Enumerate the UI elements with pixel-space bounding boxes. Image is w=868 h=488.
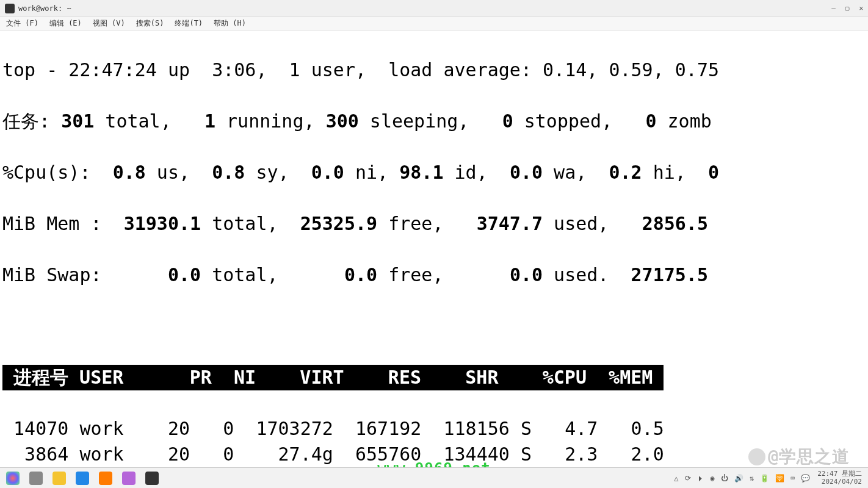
tray-icon[interactable]: ⏻ — [721, 474, 728, 483]
window-minimize-button[interactable]: — — [831, 4, 836, 12]
menu-edit[interactable]: 编辑 (E) — [49, 18, 82, 29]
tray-icon[interactable]: ⌨ — [790, 474, 795, 483]
top-summary-line: top - 22:47:24 up 3:06, 1 user, load ave… — [2, 57, 866, 83]
top-mem-line: MiB Mem : 31930.1 total, 25325.9 free, 3… — [2, 211, 866, 237]
window-maximize-button[interactable]: ▢ — [845, 4, 850, 12]
tray-icon[interactable]: ⏵ — [697, 474, 704, 483]
watermark-logo: @学思之道 — [748, 445, 850, 468]
window-close-button[interactable]: ✕ — [859, 4, 863, 12]
menu-file[interactable]: 文件 (F) — [6, 18, 38, 29]
terminal-app-icon — [5, 4, 15, 13]
process-header: 进程号 USER PR NI VIRT RES SHR %CPU %MEM — [2, 365, 866, 390]
window-titlebar: work@work: ~ — ▢ ✕ — [0, 0, 868, 17]
window-title: work@work: ~ — [18, 4, 71, 13]
app-icon[interactable] — [122, 472, 136, 485]
tray-icon[interactable]: ◉ — [711, 474, 715, 483]
terminal-output[interactable]: top - 22:47:24 up 3:06, 1 user, load ave… — [0, 30, 868, 488]
firefox-icon[interactable] — [99, 472, 112, 485]
top-cpu-line: %Cpu(s): 0.8 us, 0.8 sy, 0.0 ni, 98.1 id… — [2, 160, 866, 185]
mail-app-icon[interactable] — [76, 472, 89, 485]
file-manager-icon[interactable] — [52, 472, 66, 485]
taskbar-clock[interactable]: 22:47 星期二 2024/04/02 — [817, 470, 862, 485]
process-row: 14070 work 20 0 1703272 167192 118156 S … — [2, 416, 866, 442]
tray-icon[interactable]: ⇅ — [750, 474, 754, 483]
tray-icon[interactable]: 🔊 — [734, 474, 743, 483]
tray-icon[interactable]: 🛜 — [775, 474, 784, 483]
tray-icon[interactable]: 💬 — [801, 474, 810, 483]
blank-line — [2, 314, 866, 339]
tray-icon[interactable]: △ — [674, 474, 678, 483]
start-menu-button[interactable] — [6, 472, 20, 485]
tray-icon[interactable]: 🔋 — [760, 474, 769, 483]
baidu-paw-icon — [748, 448, 765, 465]
tray-icon[interactable]: ⟳ — [685, 474, 691, 483]
menu-view[interactable]: 视图 (V) — [93, 18, 125, 29]
task-view-button[interactable] — [29, 472, 43, 485]
menu-help[interactable]: 帮助 (H) — [214, 18, 246, 29]
top-tasks-line: 任务: 301 total, 1 running, 300 sleeping, … — [2, 109, 866, 134]
menu-terminal[interactable]: 终端(T) — [175, 18, 203, 29]
menu-bar: 文件 (F) 编辑 (E) 视图 (V) 搜索(S) 终端(T) 帮助 (H) — [0, 17, 868, 30]
menu-search[interactable]: 搜索(S) — [136, 18, 164, 29]
system-tray[interactable]: △ ⟳ ⏵ ◉ ⏻ 🔊 ⇅ 🔋 🛜 ⌨ 💬 — [674, 474, 810, 483]
desktop-taskbar: △ ⟳ ⏵ ◉ ⏻ 🔊 ⇅ 🔋 🛜 ⌨ 💬 22:47 星期二 2024/04/… — [0, 467, 868, 488]
terminal-taskbar-icon[interactable] — [145, 472, 159, 485]
top-swap-line: MiB Swap: 0.0 total, 0.0 free, 0.0 used.… — [2, 262, 866, 288]
